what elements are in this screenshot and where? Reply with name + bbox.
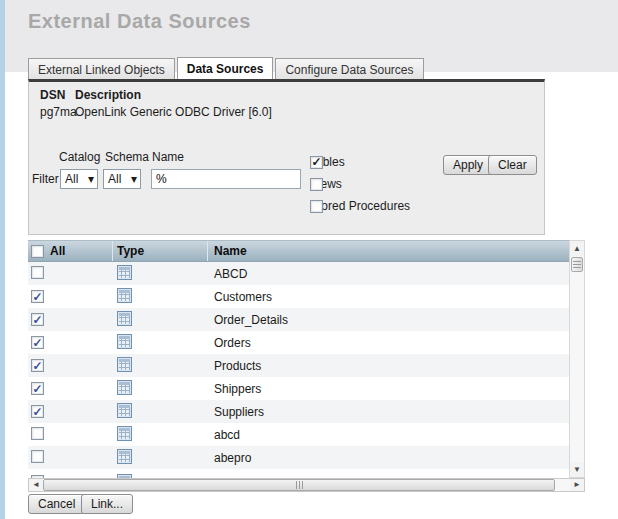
row-checkbox[interactable]: ✓ (31, 405, 44, 418)
table-row[interactable]: ✓ Customers (28, 285, 569, 308)
horizontal-scrollbar[interactable]: ◄ ► (28, 478, 585, 492)
dropdown-arrow-icon: ▾ (88, 172, 94, 186)
table-row[interactable]: ✓ Suppliers (28, 400, 569, 423)
row-name: Customers (214, 290, 272, 304)
row-checkbox[interactable] (31, 450, 44, 463)
scroll-down-icon: ▼ (573, 466, 581, 474)
tab-external-linked-objects[interactable]: External Linked Objects (28, 58, 175, 80)
scroll-down-button[interactable]: ▼ (570, 462, 584, 477)
row-name: abepro (214, 451, 251, 465)
select-all-checkbox[interactable] (31, 245, 44, 258)
dsn-panel: DSN Description pg7ma OpenLink Generic O… (28, 79, 545, 235)
results-table: All Type Name ABCD ✓ Customers ✓ Order_D… (28, 240, 585, 492)
tables-filter-option[interactable]: ✓ Tables (310, 155, 345, 169)
table-icon (117, 426, 132, 441)
table-row[interactable]: ABCD (28, 262, 569, 285)
tab-configure-data-sources[interactable]: Configure Data Sources (275, 58, 423, 80)
scroll-up-button[interactable]: ▲ (570, 241, 584, 256)
scroll-thumb-grip (573, 261, 581, 268)
row-name: ABCD (214, 267, 247, 281)
table-row[interactable]: ✓ Order_Details (28, 308, 569, 331)
table-icon (117, 403, 132, 418)
left-accent-bar (0, 0, 5, 519)
schema-filter-select[interactable]: All ▾ (103, 169, 141, 189)
table-row-partial[interactable] (28, 469, 569, 478)
table-header: All Type Name (28, 240, 569, 262)
scroll-thumb-grip (296, 481, 303, 489)
row-name: Shippers (214, 382, 261, 396)
link-button[interactable]: Link... (81, 494, 133, 514)
table-row[interactable]: ✓ Shippers (28, 377, 569, 400)
apply-button[interactable]: Apply (443, 155, 493, 175)
stored-procedures-filter-option[interactable]: Stored Procedures (310, 199, 410, 213)
table-icon (117, 334, 132, 349)
row-checkbox[interactable]: ✓ (31, 290, 44, 303)
row-checkbox[interactable]: ✓ (31, 382, 44, 395)
row-name: Products (214, 359, 261, 373)
row-name: Suppliers (214, 405, 264, 419)
dsn-value: pg7ma (40, 105, 77, 119)
table-row[interactable]: ✓ Orders (28, 331, 569, 354)
scroll-right-button[interactable]: ► (570, 479, 584, 491)
row-checkbox[interactable]: ✓ (31, 313, 44, 326)
description-value: OpenLink Generic ODBC Driver [6.0] (75, 105, 272, 119)
schema-label: Schema (105, 150, 149, 164)
horizontal-scroll-thumb[interactable] (43, 479, 555, 491)
catalog-label: Catalog (59, 150, 100, 164)
row-checkbox[interactable] (31, 266, 44, 279)
table-icon (117, 357, 132, 372)
table-icon (117, 449, 132, 464)
row-checkbox[interactable]: ✓ (31, 359, 44, 372)
table-row[interactable]: abcd (28, 423, 569, 446)
scroll-right-icon: ► (573, 481, 581, 489)
vertical-scroll-thumb[interactable] (571, 257, 583, 272)
catalog-filter-select[interactable]: All ▾ (60, 169, 98, 189)
clear-button[interactable]: Clear (488, 155, 537, 175)
row-name: Orders (214, 336, 251, 350)
table-icon (117, 288, 132, 303)
stored-procedures-checkbox-label: Stored Procedures (310, 199, 410, 213)
tab-bar: External Linked Objects Data Sources Con… (28, 57, 424, 80)
table-row[interactable]: abepro (28, 446, 569, 469)
description-column-header: Description (75, 88, 141, 102)
dropdown-arrow-icon: ▾ (131, 172, 137, 186)
page-title: External Data Sources (28, 10, 251, 33)
type-column-header: Type (113, 241, 208, 261)
table-icon (117, 380, 132, 395)
name-label: Name (152, 150, 184, 164)
table-body: ABCD ✓ Customers ✓ Order_Details ✓ Order… (28, 262, 569, 469)
row-checkbox[interactable] (31, 427, 44, 440)
filter-label: Filter (32, 172, 59, 186)
name-column-header: Name (208, 241, 569, 261)
scroll-left-button[interactable]: ◄ (29, 479, 43, 491)
cancel-button[interactable]: Cancel (28, 494, 85, 514)
table-icon (117, 265, 132, 280)
row-name: abcd (214, 428, 240, 442)
row-name: Order_Details (214, 313, 288, 327)
dsn-column-header: DSN (40, 88, 65, 102)
stored-procedures-checkbox[interactable] (310, 200, 323, 213)
scroll-up-icon: ▲ (573, 245, 581, 253)
tab-data-sources[interactable]: Data Sources (177, 57, 274, 80)
name-filter-input[interactable] (151, 169, 301, 189)
all-column-header-cell: All (28, 241, 113, 261)
vertical-scrollbar[interactable]: ▲ ▼ (569, 240, 585, 478)
table-row[interactable]: ✓ Products (28, 354, 569, 377)
scroll-left-icon: ◄ (32, 481, 40, 489)
catalog-filter-value: All (65, 172, 78, 186)
row-checkbox[interactable]: ✓ (31, 336, 44, 349)
table-icon (117, 311, 132, 326)
tables-checkbox[interactable]: ✓ (310, 156, 323, 169)
views-checkbox[interactable] (310, 178, 323, 191)
external-data-sources-page: External Data Sources External Linked Ob… (0, 0, 618, 519)
all-column-header: All (50, 244, 65, 258)
views-filter-option[interactable]: Views (310, 177, 342, 191)
schema-filter-value: All (108, 172, 121, 186)
